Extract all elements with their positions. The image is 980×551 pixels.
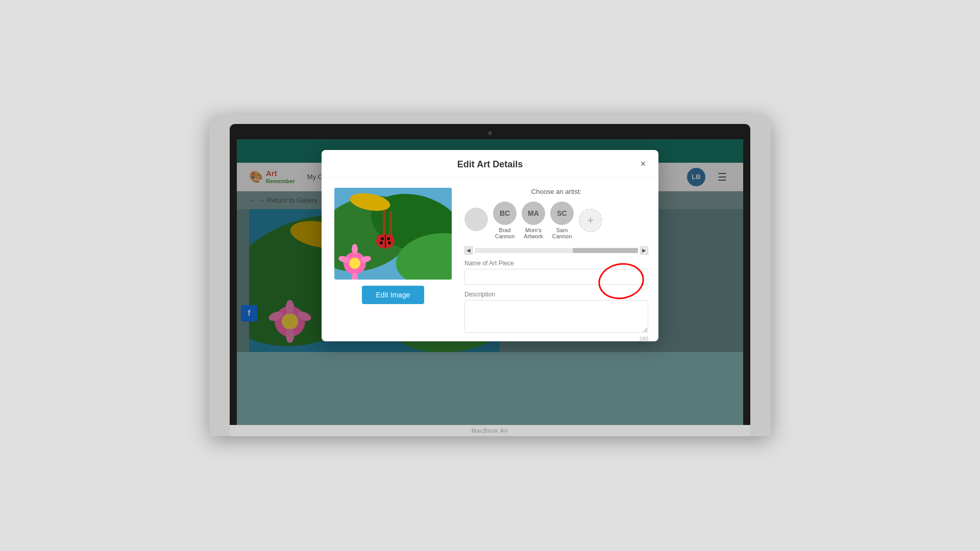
modal-overlay: Edit Art Details × [237,139,743,352]
camera [488,131,492,135]
laptop-base: MacBook Air [230,425,750,436]
char-count: 180 [464,336,648,341]
svg-point-36 [349,258,360,269]
edit-art-modal: Edit Art Details × [322,150,658,341]
artist-name-sc: SamCannon [552,227,572,239]
artist-avatar-bc: BC [493,202,517,225]
modal-form-panel: Choose an artist: BC [464,188,648,341]
artist-item-sc[interactable]: SC SamCannon [550,202,574,239]
modal-title: Edit Art Details [457,159,523,170]
modal-header: Edit Art Details × [322,150,658,178]
modal-artwork-thumbnail [334,188,452,280]
svg-point-33 [380,241,383,244]
scroll-thumb [573,248,638,253]
name-field-label: Name of Art Piece [464,260,648,267]
svg-point-31 [381,237,384,240]
scroll-left-arrow[interactable]: ◀ [464,246,473,255]
scroll-right-arrow[interactable]: ▶ [640,246,648,255]
modal-body: Edit Image Choose an artist: [322,178,658,341]
edit-image-button[interactable]: Edit Image [362,286,425,304]
description-label: Description [464,291,648,298]
scrollbar-row: ◀ ▶ [464,246,648,255]
artist-name-ma: Mom'sArtwork [524,227,543,239]
artist-avatar-sc: SC [550,202,574,225]
choose-artist-label: Choose an artist: [464,188,648,195]
name-field-group: Name of Art Piece [464,260,648,285]
artist-avatar-partial [464,208,488,231]
artist-list: BC BradCannon MA Mom'sArtwork [464,202,648,239]
svg-point-34 [388,241,391,244]
description-textarea[interactable] [464,300,648,333]
laptop-brand-label: MacBook Air [472,428,509,434]
artist-avatar-ma: MA [522,202,545,225]
scroll-track[interactable] [475,248,638,253]
laptop-screen: 🎨 Art Remember My C... LB ☰ ← [237,139,743,425]
modal-image-panel: Edit Image [332,188,454,341]
app-background: 🎨 Art Remember My C... LB ☰ ← [237,139,743,352]
screen-bezel: 🎨 Art Remember My C... LB ☰ ← [230,124,750,425]
name-input[interactable] [464,269,648,285]
laptop-frame: 🎨 Art Remember My C... LB ☰ ← [209,115,771,436]
artist-add-bubble[interactable]: + [579,209,602,232]
artist-item-partial[interactable] [464,208,488,233]
artist-name-bc: BradCannon [495,227,515,239]
modal-close-button[interactable]: × [636,157,650,171]
description-field-group: Description 180 [464,291,648,341]
add-artist-button[interactable]: + [579,209,602,232]
artist-item-bc[interactable]: BC BradCannon [493,202,517,239]
svg-point-32 [387,237,390,240]
svg-point-37 [352,244,358,254]
artist-item-ma[interactable]: MA Mom'sArtwork [522,202,545,239]
